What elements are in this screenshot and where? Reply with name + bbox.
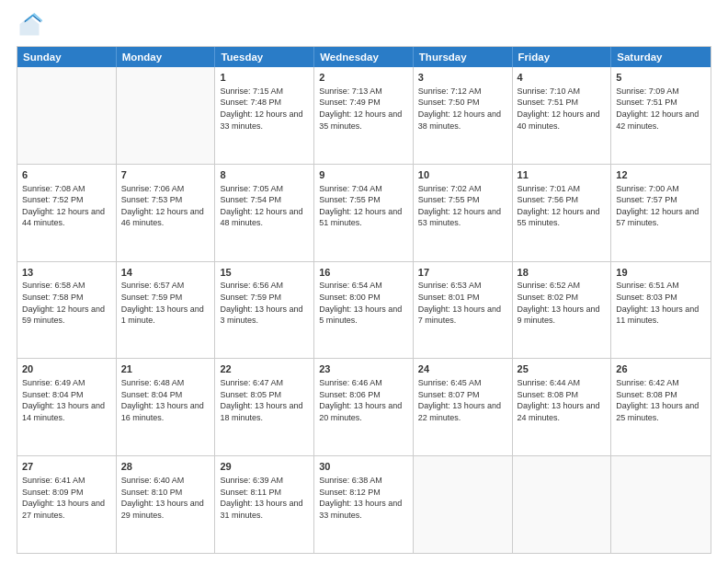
cell-text: Sunrise: 7:09 AMSunset: 7:51 PMDaylight:… bbox=[616, 86, 706, 132]
day-number: 9 bbox=[319, 168, 408, 182]
day-number: 12 bbox=[616, 168, 706, 182]
cell-text: Sunrise: 7:01 AMSunset: 7:56 PMDaylight:… bbox=[518, 183, 607, 229]
header-cell-wednesday: Wednesday bbox=[314, 47, 414, 67]
calendar-cell: 28Sunrise: 6:40 AMSunset: 8:10 PMDayligh… bbox=[117, 456, 216, 553]
day-number: 14 bbox=[121, 266, 210, 280]
calendar-cell: 24Sunrise: 6:45 AMSunset: 8:07 PMDayligh… bbox=[414, 359, 513, 455]
cell-text: Sunrise: 6:58 AMSunset: 7:58 PMDaylight:… bbox=[22, 280, 111, 326]
day-number: 29 bbox=[220, 460, 309, 474]
day-number: 26 bbox=[616, 362, 706, 376]
calendar-row-4: 27Sunrise: 6:41 AMSunset: 8:09 PMDayligh… bbox=[17, 456, 711, 553]
cell-text: Sunrise: 6:52 AMSunset: 8:02 PMDaylight:… bbox=[518, 280, 607, 326]
day-number: 28 bbox=[121, 460, 210, 474]
cell-text: Sunrise: 7:05 AMSunset: 7:54 PMDaylight:… bbox=[220, 183, 309, 229]
calendar-row-2: 13Sunrise: 6:58 AMSunset: 7:58 PMDayligh… bbox=[17, 262, 711, 360]
day-number: 30 bbox=[319, 460, 408, 474]
cell-text: Sunrise: 6:42 AMSunset: 8:08 PMDaylight:… bbox=[616, 377, 706, 423]
cell-text: Sunrise: 6:49 AMSunset: 8:04 PMDaylight:… bbox=[22, 377, 111, 423]
calendar-cell: 23Sunrise: 6:46 AMSunset: 8:06 PMDayligh… bbox=[314, 359, 414, 455]
calendar-cell: 17Sunrise: 6:53 AMSunset: 8:01 PMDayligh… bbox=[414, 262, 513, 359]
cell-text: Sunrise: 6:38 AMSunset: 8:12 PMDaylight:… bbox=[319, 475, 408, 521]
cell-text: Sunrise: 6:51 AMSunset: 8:03 PMDaylight:… bbox=[616, 280, 706, 326]
cell-text: Sunrise: 6:57 AMSunset: 7:59 PMDaylight:… bbox=[121, 280, 210, 326]
logo bbox=[17, 13, 46, 39]
cell-text: Sunrise: 7:10 AMSunset: 7:51 PMDaylight:… bbox=[518, 86, 607, 132]
calendar-cell: 26Sunrise: 6:42 AMSunset: 8:08 PMDayligh… bbox=[611, 359, 711, 455]
calendar-cell: 9Sunrise: 7:04 AMSunset: 7:55 PMDaylight… bbox=[314, 165, 414, 261]
calendar-cell: 13Sunrise: 6:58 AMSunset: 7:58 PMDayligh… bbox=[17, 262, 117, 359]
day-number: 8 bbox=[220, 168, 309, 182]
day-number: 16 bbox=[319, 266, 408, 280]
cell-text: Sunrise: 7:08 AMSunset: 7:52 PMDaylight:… bbox=[22, 183, 111, 229]
day-number: 11 bbox=[518, 168, 607, 182]
header-cell-thursday: Thursday bbox=[414, 47, 513, 67]
calendar-row-3: 20Sunrise: 6:49 AMSunset: 8:04 PMDayligh… bbox=[17, 359, 711, 456]
calendar-cell bbox=[17, 67, 117, 164]
cell-text: Sunrise: 6:39 AMSunset: 8:11 PMDaylight:… bbox=[220, 475, 309, 521]
day-number: 17 bbox=[418, 266, 507, 280]
calendar-cell bbox=[117, 67, 216, 164]
header-cell-friday: Friday bbox=[513, 47, 612, 67]
calendar-cell: 20Sunrise: 6:49 AMSunset: 8:04 PMDayligh… bbox=[17, 359, 117, 455]
day-number: 3 bbox=[418, 71, 507, 85]
calendar-row-0: 1Sunrise: 7:15 AMSunset: 7:48 PMDaylight… bbox=[17, 67, 711, 165]
cell-text: Sunrise: 6:40 AMSunset: 8:10 PMDaylight:… bbox=[121, 475, 210, 521]
calendar-cell: 19Sunrise: 6:51 AMSunset: 8:03 PMDayligh… bbox=[611, 262, 711, 359]
calendar-header: SundayMondayTuesdayWednesdayThursdayFrid… bbox=[17, 47, 711, 67]
calendar-cell bbox=[611, 456, 711, 553]
calendar-cell: 27Sunrise: 6:41 AMSunset: 8:09 PMDayligh… bbox=[17, 456, 117, 553]
calendar-cell: 10Sunrise: 7:02 AMSunset: 7:55 PMDayligh… bbox=[414, 165, 513, 261]
cell-text: Sunrise: 6:46 AMSunset: 8:06 PMDaylight:… bbox=[319, 377, 408, 423]
calendar-cell: 12Sunrise: 7:00 AMSunset: 7:57 PMDayligh… bbox=[611, 165, 711, 261]
day-number: 15 bbox=[220, 266, 309, 280]
calendar-cell: 25Sunrise: 6:44 AMSunset: 8:08 PMDayligh… bbox=[513, 359, 612, 455]
logo-icon bbox=[17, 13, 42, 39]
calendar-cell: 5Sunrise: 7:09 AMSunset: 7:51 PMDaylight… bbox=[611, 67, 711, 164]
day-number: 20 bbox=[22, 362, 111, 376]
cell-text: Sunrise: 7:13 AMSunset: 7:49 PMDaylight:… bbox=[319, 86, 408, 132]
calendar-cell: 7Sunrise: 7:06 AMSunset: 7:53 PMDaylight… bbox=[117, 165, 216, 261]
cell-text: Sunrise: 7:04 AMSunset: 7:55 PMDaylight:… bbox=[319, 183, 408, 229]
day-number: 2 bbox=[319, 71, 408, 85]
calendar-cell: 6Sunrise: 7:08 AMSunset: 7:52 PMDaylight… bbox=[17, 165, 117, 261]
calendar: SundayMondayTuesdayWednesdayThursdayFrid… bbox=[17, 46, 711, 554]
day-number: 21 bbox=[121, 362, 210, 376]
day-number: 18 bbox=[518, 266, 607, 280]
day-number: 4 bbox=[518, 71, 607, 85]
day-number: 24 bbox=[418, 362, 507, 376]
header-cell-tuesday: Tuesday bbox=[215, 47, 314, 67]
calendar-cell: 1Sunrise: 7:15 AMSunset: 7:48 PMDaylight… bbox=[215, 67, 314, 164]
cell-text: Sunrise: 7:15 AMSunset: 7:48 PMDaylight:… bbox=[220, 86, 309, 132]
cell-text: Sunrise: 7:12 AMSunset: 7:50 PMDaylight:… bbox=[418, 86, 507, 132]
calendar-cell bbox=[513, 456, 612, 553]
page: SundayMondayTuesdayWednesdayThursdayFrid… bbox=[0, 0, 728, 563]
cell-text: Sunrise: 6:47 AMSunset: 8:05 PMDaylight:… bbox=[220, 377, 309, 423]
day-number: 27 bbox=[22, 460, 111, 474]
header-cell-saturday: Saturday bbox=[611, 47, 711, 67]
cell-text: Sunrise: 7:00 AMSunset: 7:57 PMDaylight:… bbox=[616, 183, 706, 229]
day-number: 1 bbox=[220, 71, 309, 85]
day-number: 5 bbox=[616, 71, 706, 85]
calendar-cell: 18Sunrise: 6:52 AMSunset: 8:02 PMDayligh… bbox=[513, 262, 612, 359]
calendar-cell: 15Sunrise: 6:56 AMSunset: 7:59 PMDayligh… bbox=[215, 262, 314, 359]
calendar-cell: 8Sunrise: 7:05 AMSunset: 7:54 PMDaylight… bbox=[215, 165, 314, 261]
cell-text: Sunrise: 6:54 AMSunset: 8:00 PMDaylight:… bbox=[319, 280, 408, 326]
day-number: 23 bbox=[319, 362, 408, 376]
cell-text: Sunrise: 7:06 AMSunset: 7:53 PMDaylight:… bbox=[121, 183, 210, 229]
cell-text: Sunrise: 6:56 AMSunset: 7:59 PMDaylight:… bbox=[220, 280, 309, 326]
cell-text: Sunrise: 6:45 AMSunset: 8:07 PMDaylight:… bbox=[418, 377, 507, 423]
calendar-cell: 16Sunrise: 6:54 AMSunset: 8:00 PMDayligh… bbox=[314, 262, 414, 359]
header-cell-sunday: Sunday bbox=[17, 47, 117, 67]
header-cell-monday: Monday bbox=[117, 47, 216, 67]
calendar-cell: 29Sunrise: 6:39 AMSunset: 8:11 PMDayligh… bbox=[215, 456, 314, 553]
calendar-cell: 22Sunrise: 6:47 AMSunset: 8:05 PMDayligh… bbox=[215, 359, 314, 455]
cell-text: Sunrise: 6:48 AMSunset: 8:04 PMDaylight:… bbox=[121, 377, 210, 423]
calendar-row-1: 6Sunrise: 7:08 AMSunset: 7:52 PMDaylight… bbox=[17, 165, 711, 262]
cell-text: Sunrise: 6:53 AMSunset: 8:01 PMDaylight:… bbox=[418, 280, 507, 326]
header bbox=[17, 13, 711, 39]
calendar-cell bbox=[414, 456, 513, 553]
calendar-cell: 14Sunrise: 6:57 AMSunset: 7:59 PMDayligh… bbox=[117, 262, 216, 359]
cell-text: Sunrise: 7:02 AMSunset: 7:55 PMDaylight:… bbox=[418, 183, 507, 229]
calendar-cell: 3Sunrise: 7:12 AMSunset: 7:50 PMDaylight… bbox=[414, 67, 513, 164]
calendar-cell: 21Sunrise: 6:48 AMSunset: 8:04 PMDayligh… bbox=[117, 359, 216, 455]
